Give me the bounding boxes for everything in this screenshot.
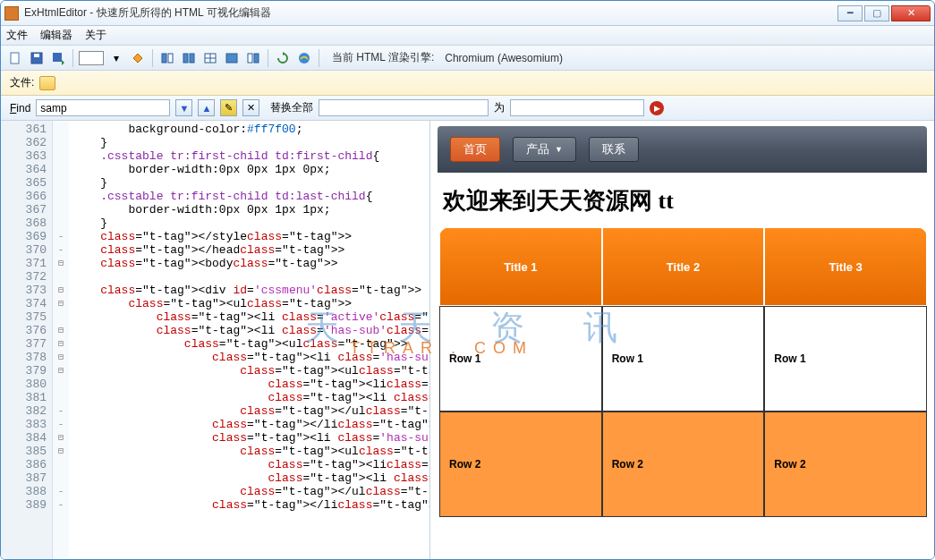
svg-rect-13 bbox=[254, 54, 259, 63]
app-icon bbox=[4, 6, 19, 21]
clear-icon[interactable]: ✕ bbox=[242, 99, 259, 116]
highlight-icon[interactable]: ✎ bbox=[220, 99, 237, 116]
code-body[interactable]: background-color:#ff7f00; } .csstable tr… bbox=[69, 121, 429, 559]
table-cell: Row 1 bbox=[602, 306, 765, 412]
layout-grid-icon[interactable] bbox=[201, 49, 219, 67]
save-dropdown-icon[interactable] bbox=[49, 49, 67, 67]
svg-rect-0 bbox=[11, 53, 19, 64]
titlebar: ExHtmlEditor - 快速所见所得的 HTML 可视化编辑器 ━ ▢ ✕ bbox=[1, 1, 934, 26]
svg-rect-5 bbox=[168, 54, 173, 63]
chevron-down-icon: ▼ bbox=[555, 145, 563, 154]
menubar: 文件 编辑器 关于 bbox=[1, 26, 934, 46]
to-label: 为 bbox=[494, 100, 505, 115]
table-cell: Row 2 bbox=[602, 412, 765, 517]
preview-table: Title 1 Title 2 Title 3 Row 1 Row 1 Row … bbox=[439, 227, 927, 517]
filebar-label: 文件: bbox=[10, 75, 34, 90]
code-editor[interactable]: 3613623633643653663673683693703713723733… bbox=[1, 121, 430, 559]
close-button[interactable]: ✕ bbox=[891, 5, 931, 21]
main-split: 3613623633643653663673683693703713723733… bbox=[1, 121, 934, 559]
window-title: ExHtmlEditor - 快速所见所得的 HTML 可视化编辑器 bbox=[24, 5, 837, 21]
filebar: 文件: bbox=[1, 71, 934, 96]
maximize-button[interactable]: ▢ bbox=[864, 5, 889, 21]
replace-go-button[interactable]: ▶ bbox=[650, 101, 664, 115]
fold-column[interactable]: --⊟⊟⊟⊟⊟⊟⊟--⊟⊟-- bbox=[53, 121, 69, 559]
render-engine-label: 当前 HTML 渲染引擎: bbox=[332, 50, 434, 65]
color-swatch[interactable] bbox=[79, 51, 104, 65]
svg-rect-6 bbox=[183, 54, 188, 63]
folder-icon[interactable] bbox=[39, 76, 55, 90]
render-engine-value: Chromium (Awesomium) bbox=[445, 52, 563, 64]
preview-pane: 首页 产品▼ 联系 欢迎来到天天资源网 tt Title 1 Title 2 T… bbox=[430, 121, 934, 559]
layout-left-icon[interactable] bbox=[180, 49, 198, 67]
table-header: Title 2 bbox=[602, 227, 765, 306]
table-cell: Row 2 bbox=[439, 412, 602, 517]
nav-home[interactable]: 首页 bbox=[450, 137, 500, 162]
svg-rect-3 bbox=[53, 53, 62, 62]
minimize-button[interactable]: ━ bbox=[837, 5, 863, 21]
menu-file[interactable]: 文件 bbox=[6, 28, 28, 43]
find-input[interactable] bbox=[36, 99, 170, 116]
svg-rect-2 bbox=[34, 54, 39, 57]
svg-rect-12 bbox=[248, 54, 252, 63]
save-icon[interactable] bbox=[28, 49, 46, 67]
layout-split-icon[interactable] bbox=[158, 49, 176, 67]
menu-editor[interactable]: 编辑器 bbox=[40, 28, 72, 43]
preview-heading: 欢迎来到天天资源网 tt bbox=[443, 185, 934, 216]
find-next-icon[interactable]: ▼ bbox=[175, 99, 192, 116]
replace-to-input[interactable] bbox=[510, 99, 644, 116]
new-icon[interactable] bbox=[6, 49, 24, 67]
preview-navbar: 首页 产品▼ 联系 bbox=[438, 126, 927, 173]
svg-rect-4 bbox=[162, 54, 166, 63]
fill-icon[interactable] bbox=[129, 49, 147, 67]
toolbar: ▾ 当前 HTML 渲染引擎: Chromium (Awesomium) bbox=[1, 46, 934, 71]
svg-rect-11 bbox=[226, 54, 237, 63]
layout-right-icon[interactable] bbox=[244, 49, 262, 67]
find-prev-icon[interactable]: ▲ bbox=[198, 99, 215, 116]
line-gutter: 3613623633643653663673683693703713723733… bbox=[1, 121, 53, 559]
find-label: Find bbox=[10, 102, 30, 115]
table-cell: Row 2 bbox=[764, 412, 927, 517]
refresh-icon[interactable] bbox=[274, 49, 292, 67]
replace-from-input[interactable] bbox=[319, 99, 489, 116]
table-header: Title 3 bbox=[764, 227, 927, 306]
nav-products[interactable]: 产品▼ bbox=[513, 137, 576, 162]
nav-contact[interactable]: 联系 bbox=[589, 137, 639, 162]
table-header: Title 1 bbox=[439, 227, 602, 306]
layout-full-icon[interactable] bbox=[223, 49, 241, 67]
ie-icon[interactable] bbox=[295, 49, 313, 67]
svg-rect-7 bbox=[190, 54, 194, 63]
table-cell: Row 1 bbox=[764, 306, 927, 412]
findbar: Find ▼ ▲ ✎ ✕ 替换全部 为 ▶ bbox=[1, 96, 934, 121]
replace-all-label: 替换全部 bbox=[270, 100, 313, 115]
menu-about[interactable]: 关于 bbox=[85, 28, 106, 43]
color-dropdown-icon[interactable]: ▾ bbox=[107, 49, 125, 67]
table-cell: Row 1 bbox=[439, 306, 602, 412]
